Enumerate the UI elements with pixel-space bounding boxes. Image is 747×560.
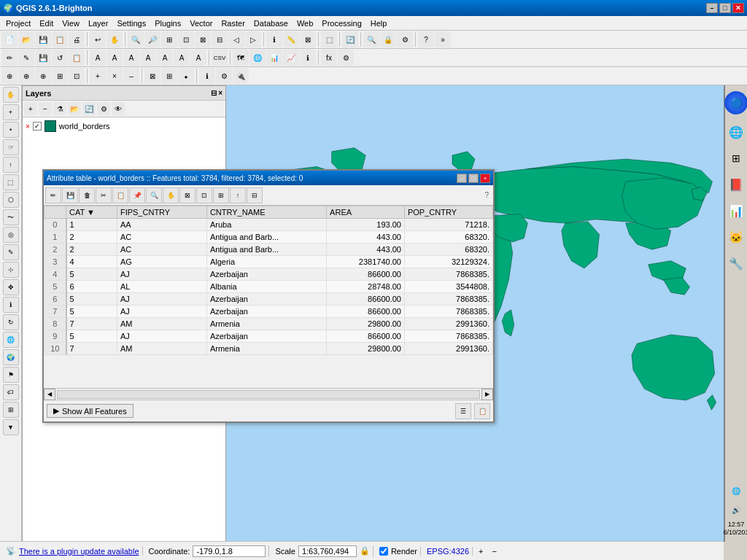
select3-btn[interactable]: ⊞: [161, 68, 177, 84]
maximize-button[interactable]: □: [719, 3, 731, 13]
snap-btn[interactable]: ⊕: [1, 68, 18, 84]
table-row[interactable]: 6 5 AJ Azerbaijan 86600.00 7868385.: [44, 293, 493, 306]
zoom-selected-button[interactable]: ⊠: [195, 31, 211, 47]
attr-restore-btn[interactable]: □: [468, 174, 479, 183]
table-row[interactable]: 7 5 AJ Azerbaijan 86600.00 7868385.: [44, 306, 493, 318]
digitize-button[interactable]: ✏: [1, 50, 18, 66]
zoom-lock-button[interactable]: 🔒: [380, 31, 396, 47]
cat-icon[interactable]: 🐱: [726, 227, 746, 247]
table-row[interactable]: 4 5 AJ Azerbaijan 86600.00 7868385.: [44, 268, 493, 281]
measure-button[interactable]: 📏: [283, 31, 299, 47]
attr-table-data[interactable]: CAT ▼ FIPS_CNTRY CNTRY_NAME AREA POP_CNT…: [44, 206, 493, 388]
save-as-button[interactable]: 📋: [52, 31, 68, 47]
add-layer-btn[interactable]: +: [24, 102, 37, 115]
label7-button[interactable]: A: [190, 50, 206, 66]
cut-features-btn[interactable]: ✂: [96, 187, 112, 203]
powerpoint-icon[interactable]: 📊: [726, 201, 746, 221]
more-button[interactable]: »: [435, 31, 451, 47]
table-row[interactable]: 1 2 AC Antigua and Barb... 443.00 68320.: [44, 231, 493, 244]
node-edit-btn[interactable]: ⊹: [3, 262, 19, 278]
move-btn[interactable]: ✥: [3, 279, 19, 295]
flag-btn[interactable]: ⚑: [3, 367, 19, 383]
deselect-all-btn[interactable]: ⊡: [196, 187, 212, 203]
layer-close-icon[interactable]: ×: [26, 122, 30, 131]
polygon-btn[interactable]: ⬡: [3, 192, 19, 208]
roll-back-button[interactable]: ↺: [52, 50, 68, 66]
horiz-scrollbar[interactable]: ◀ ▶: [44, 388, 493, 400]
csv-button[interactable]: CSV: [212, 50, 228, 66]
settings2-button[interactable]: ⚙: [397, 31, 413, 47]
table-row[interactable]: 3 4 AG Algeria 2381740.00 32129324.: [44, 256, 493, 268]
hscroll-track[interactable]: [57, 390, 480, 399]
pan-map-button[interactable]: ⊟: [212, 31, 228, 47]
pan-button[interactable]: ✋: [107, 31, 123, 47]
rotate-btn[interactable]: ↻: [3, 314, 19, 330]
zoom-selected-feat-btn[interactable]: 🔍: [146, 187, 162, 203]
col-area[interactable]: AREA: [327, 206, 405, 219]
zoom-out-button[interactable]: 🔎: [144, 31, 160, 47]
chart-btn[interactable]: 📊: [266, 50, 282, 66]
paste-features-btn[interactable]: 📌: [129, 187, 145, 203]
coordinate-input[interactable]: [193, 545, 266, 557]
col-rownum[interactable]: [44, 206, 66, 219]
save-project-button[interactable]: 💾: [35, 31, 51, 47]
menu-settings[interactable]: Settings: [112, 18, 150, 29]
apps-grid-icon[interactable]: ⊞: [726, 148, 746, 168]
grid-btn[interactable]: ⊞: [3, 402, 19, 418]
filter-layer-btn[interactable]: ⚗: [53, 102, 66, 115]
col-pop[interactable]: POP_CNTRY: [404, 206, 492, 219]
edit-pencil-button[interactable]: ✎: [18, 50, 34, 66]
plus-btn[interactable]: +: [3, 104, 19, 120]
zoom-in-status-btn[interactable]: +: [476, 547, 486, 556]
point-btn[interactable]: •: [3, 122, 19, 138]
raster-btn[interactable]: 🗺: [233, 50, 249, 66]
table-view-btn[interactable]: ☰: [455, 403, 471, 419]
snap2-btn[interactable]: ⊕: [18, 68, 34, 84]
windows-logo[interactable]: 🔵: [724, 91, 747, 114]
label3-button[interactable]: A: [123, 50, 139, 66]
menu-help[interactable]: Help: [366, 18, 392, 29]
tag-btn[interactable]: 🏷: [3, 384, 19, 400]
toggle-editor-btn[interactable]: ⊟: [247, 187, 263, 203]
lock-scale-icon[interactable]: 🔒: [360, 546, 370, 556]
info3-btn[interactable]: ℹ: [3, 297, 19, 313]
menu-edit[interactable]: Edit: [35, 18, 58, 29]
epsg-button[interactable]: EPSG:4326: [427, 547, 469, 556]
move-top-btn[interactable]: ↑: [230, 187, 246, 203]
wrench-icon[interactable]: 🔧: [726, 253, 746, 273]
network-icon[interactable]: 🌐: [729, 484, 743, 499]
attr-table2-button[interactable]: 📋: [69, 50, 85, 66]
speaker-icon[interactable]: 🔊: [729, 503, 743, 518]
layer-world-borders[interactable]: × ✓ world_borders: [24, 119, 224, 133]
qgis-btn[interactable]: 🌐: [249, 50, 266, 66]
menu-web[interactable]: Web: [293, 18, 317, 29]
expand-btn[interactable]: ▼: [3, 419, 19, 435]
table-row[interactable]: 9 5 AJ Azerbaijan 86600.00 7868385.: [44, 330, 493, 343]
locate-button[interactable]: 🔍: [363, 31, 379, 47]
minimize-button[interactable]: –: [706, 3, 718, 13]
plugin-icon-btn[interactable]: 🔌: [233, 68, 249, 84]
radius-btn[interactable]: ◎: [3, 227, 19, 243]
menu-raster[interactable]: Raster: [217, 18, 249, 29]
hand-btn[interactable]: ☞: [3, 139, 19, 155]
label-button[interactable]: A: [90, 50, 106, 66]
menu-plugins[interactable]: Plugins: [150, 18, 185, 29]
copy-features-btn[interactable]: 📋: [112, 187, 128, 203]
label6-button[interactable]: A: [174, 50, 190, 66]
menu-layer[interactable]: Layer: [84, 18, 113, 29]
plugin-update-link[interactable]: There is a plugin update available: [19, 547, 139, 556]
attr-help-icon[interactable]: ?: [481, 190, 492, 201]
save-edits2-btn[interactable]: 💾: [62, 187, 78, 203]
info2-btn[interactable]: ℹ: [199, 68, 215, 84]
zoom-next-button[interactable]: ▷: [245, 31, 261, 47]
open-layer-btn[interactable]: 📂: [68, 102, 81, 115]
zoom-in-button[interactable]: 🔍: [128, 31, 144, 47]
edit-mode-btn[interactable]: ✏: [45, 187, 61, 203]
label4-button[interactable]: A: [140, 50, 156, 66]
col-cntry[interactable]: CNTRY_NAME: [206, 206, 326, 219]
node-btn[interactable]: +: [90, 68, 106, 84]
table-row[interactable]: 10 7 AM Armenia 29800.00 2991360.: [44, 343, 493, 355]
scroll-right-btn[interactable]: ▶: [481, 389, 493, 400]
layers-refresh-btn[interactable]: 🔄: [82, 102, 96, 115]
globe-btn[interactable]: 🌐: [3, 332, 19, 348]
